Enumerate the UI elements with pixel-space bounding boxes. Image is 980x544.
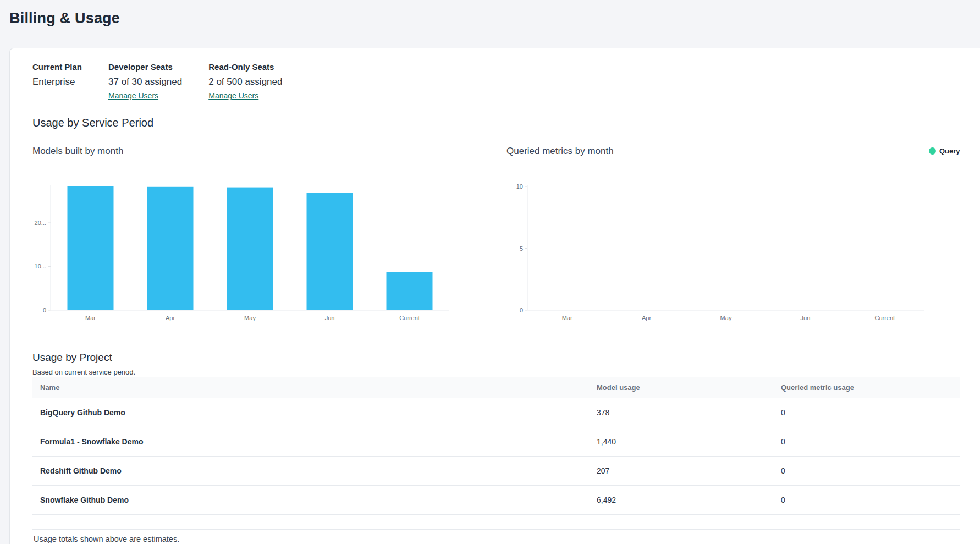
svg-text:May: May — [720, 315, 732, 321]
developer-seats-value: 37 of 30 assigned — [108, 76, 182, 87]
project-name-cell: Snowflake Github Demo — [32, 496, 597, 504]
queried-metric-usage-cell: 0 — [781, 408, 960, 417]
page-title: Billing & Usage — [9, 10, 120, 27]
plan-summary: Current Plan Enterprise Developer Seats … — [32, 62, 282, 100]
model-usage-cell: 1,440 — [597, 437, 781, 446]
queried-metric-usage-cell: 0 — [781, 496, 960, 504]
svg-text:10...: 10... — [35, 263, 46, 270]
readonly-seats-value: 2 of 500 assigned — [208, 76, 282, 87]
svg-text:5: 5 — [520, 245, 523, 252]
svg-text:Current: Current — [874, 315, 895, 321]
manage-users-link-developer[interactable]: Manage Users — [108, 91, 158, 100]
column-header-model-usage: Model usage — [597, 383, 781, 392]
svg-text:10: 10 — [516, 183, 523, 190]
models-built-chart: 010...20...MarAprMayJunCurrent — [32, 166, 450, 327]
table-row: BigQuery Github Demo3780 — [32, 398, 960, 427]
svg-text:Jun: Jun — [801, 315, 811, 321]
svg-text:May: May — [244, 315, 256, 321]
table-body: BigQuery Github Demo3780Formula1 - Snowf… — [32, 398, 960, 515]
column-header-queried-metric-usage: Queried metric usage — [781, 383, 960, 392]
svg-text:Mar: Mar — [85, 315, 96, 321]
svg-text:Jun: Jun — [325, 315, 335, 321]
models-built-chart-svg: 010...20...MarAprMayJunCurrent — [32, 166, 450, 325]
queried-metric-usage-cell: 0 — [781, 437, 960, 446]
usage-by-project-table: Name Model usage Queried metric usage Bi… — [32, 377, 960, 530]
project-name-cell: Formula1 - Snowflake Demo — [32, 437, 597, 446]
table-row: Redshift Github Demo2070 — [32, 457, 960, 486]
current-plan-label: Current Plan — [32, 62, 82, 72]
column-header-name: Name — [32, 383, 597, 392]
table-row: Snowflake Github Demo6,4920 — [32, 486, 960, 515]
model-usage-cell: 207 — [597, 466, 781, 475]
queried-metrics-chart-title: Queried metrics by month — [506, 146, 614, 157]
models-built-chart-title: Models built by month — [32, 146, 123, 157]
table-footer-row — [32, 515, 960, 530]
queried-metrics-chart: 0510MarAprMayJunCurrent — [506, 166, 941, 327]
table-header-row: Name Model usage Queried metric usage — [32, 377, 960, 398]
svg-text:Mar: Mar — [562, 315, 572, 321]
svg-text:Apr: Apr — [166, 315, 175, 321]
project-name-cell: Redshift Github Demo — [32, 466, 597, 475]
readonly-seats-label: Read-Only Seats — [208, 62, 282, 72]
usage-by-project-subtitle: Based on current service period. — [32, 368, 135, 376]
svg-text:0: 0 — [520, 307, 523, 314]
billing-card: Current Plan Enterprise Developer Seats … — [9, 48, 980, 544]
developer-seats-column: Developer Seats 37 of 30 assigned Manage… — [108, 62, 182, 100]
model-usage-cell: 378 — [597, 408, 781, 417]
current-plan-column: Current Plan Enterprise — [32, 62, 82, 100]
current-plan-value: Enterprise — [32, 76, 82, 87]
queried-metric-usage-cell: 0 — [781, 466, 960, 475]
usage-by-service-period-title: Usage by Service Period — [32, 117, 153, 129]
legend-item-query[interactable]: Query — [929, 147, 960, 155]
svg-text:Apr: Apr — [642, 315, 651, 321]
svg-text:Current: Current — [399, 315, 420, 321]
legend-dot-icon — [929, 147, 936, 155]
table-row: Formula1 - Snowflake Demo1,4400 — [32, 427, 960, 457]
developer-seats-label: Developer Seats — [108, 62, 182, 72]
usage-by-project-title: Usage by Project — [32, 351, 112, 364]
svg-text:0: 0 — [43, 307, 46, 314]
legend-label: Query — [939, 147, 960, 155]
readonly-seats-column: Read-Only Seats 2 of 500 assigned Manage… — [208, 62, 282, 100]
manage-users-link-readonly[interactable]: Manage Users — [208, 91, 258, 100]
svg-text:20...: 20... — [35, 219, 46, 226]
project-name-cell: BigQuery Github Demo — [32, 408, 597, 417]
usage-estimates-footnote: Usage totals shown above are estimates. — [34, 535, 179, 543]
queried-metrics-chart-svg: 0510MarAprMayJunCurrent — [506, 166, 941, 325]
model-usage-cell: 6,492 — [597, 496, 781, 504]
